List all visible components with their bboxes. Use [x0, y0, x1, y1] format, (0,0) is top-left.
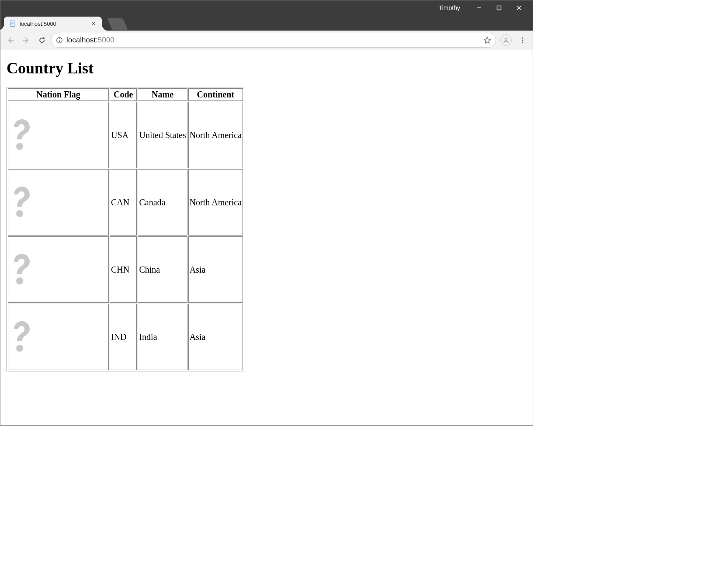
- window-user-label: Timothy: [439, 4, 460, 11]
- reload-icon: [38, 36, 46, 44]
- browser-toolbar: localhost:5000: [0, 31, 533, 50]
- browser-window: Timothy localhost:5000: [0, 0, 533, 426]
- tab-close-button[interactable]: [90, 21, 97, 27]
- close-icon: [517, 5, 522, 10]
- flag-cell: [8, 169, 109, 236]
- name-cell: China: [138, 236, 187, 303]
- bookmark-button[interactable]: [483, 36, 491, 44]
- minimize-icon: [476, 5, 482, 10]
- broken-image-icon: [9, 185, 34, 218]
- name-cell: Canada: [138, 169, 187, 236]
- address-url: localhost:5000: [66, 36, 114, 45]
- table-row: INDIndiaAsia: [8, 304, 243, 370]
- svg-point-17: [522, 38, 523, 39]
- table-row: CANCanadaNorth America: [8, 169, 243, 236]
- svg-point-13: [59, 38, 60, 39]
- svg-point-22: [16, 277, 23, 284]
- table-header-code: Code: [110, 88, 137, 101]
- site-info-icon[interactable]: [56, 37, 63, 44]
- table-header-name: Name: [138, 88, 187, 101]
- flag-cell: [8, 304, 109, 370]
- svg-marker-15: [484, 37, 491, 44]
- page-content: Country List Nation FlagCodeNameContinen…: [0, 50, 533, 425]
- continent-cell: North America: [188, 102, 243, 168]
- window-minimize-button[interactable]: [469, 0, 489, 15]
- browser-menu-button[interactable]: [516, 34, 529, 47]
- page-icon: [9, 20, 16, 27]
- arrow-right-icon: [22, 36, 30, 44]
- profile-avatar-button[interactable]: [500, 35, 512, 46]
- broken-image-icon: [9, 319, 34, 353]
- svg-point-19: [522, 42, 523, 43]
- code-cell: CHN: [110, 236, 137, 303]
- continent-cell: Asia: [188, 236, 243, 303]
- nav-forward-button[interactable]: [20, 34, 33, 47]
- browser-tab-active[interactable]: localhost:5000: [4, 17, 102, 31]
- kebab-icon: [519, 37, 526, 44]
- window-maximize-button[interactable]: [489, 0, 509, 15]
- window-titlebar: Timothy: [0, 0, 533, 15]
- continent-cell: North America: [188, 169, 243, 236]
- table-header-flag: Nation Flag: [8, 88, 109, 101]
- page-heading: Country List: [7, 59, 527, 77]
- name-cell: India: [138, 304, 187, 370]
- code-cell: IND: [110, 304, 137, 370]
- address-url-host: localhost:: [66, 36, 98, 44]
- svg-point-18: [522, 40, 523, 41]
- arrow-left-icon: [7, 36, 14, 44]
- maximize-icon: [496, 5, 502, 10]
- flag-cell: [8, 236, 109, 303]
- nav-back-button[interactable]: [4, 34, 17, 47]
- browser-tab-title: localhost:5000: [20, 21, 90, 27]
- table-header-continent: Continent: [188, 88, 243, 101]
- svg-point-23: [16, 345, 23, 352]
- table-row: CHNChinaAsia: [8, 236, 243, 303]
- info-icon: [56, 37, 63, 44]
- svg-rect-1: [497, 6, 501, 10]
- star-icon: [483, 36, 491, 44]
- window-close-button[interactable]: [509, 0, 529, 15]
- svg-point-16: [505, 38, 507, 40]
- flag-cell: [8, 102, 109, 168]
- broken-image-icon: [9, 118, 34, 151]
- address-url-port: 5000: [98, 36, 114, 44]
- svg-point-21: [16, 210, 23, 217]
- nav-reload-button[interactable]: [35, 34, 49, 47]
- table-row: USAUnited StatesNorth America: [8, 102, 243, 168]
- browser-tabstrip: localhost:5000: [0, 15, 533, 31]
- new-tab-button[interactable]: [107, 18, 128, 30]
- country-table: Nation FlagCodeNameContinentUSAUnited St…: [7, 87, 244, 371]
- address-bar[interactable]: localhost:5000: [51, 33, 496, 48]
- table-header-row: Nation FlagCodeNameContinent: [8, 88, 243, 101]
- code-cell: USA: [110, 102, 137, 168]
- close-icon: [91, 21, 96, 26]
- avatar-icon: [503, 37, 510, 44]
- continent-cell: Asia: [188, 304, 243, 370]
- name-cell: United States: [138, 102, 187, 168]
- svg-point-20: [16, 143, 23, 150]
- broken-image-icon: [9, 252, 34, 285]
- code-cell: CAN: [110, 169, 137, 236]
- svg-rect-14: [59, 40, 59, 42]
